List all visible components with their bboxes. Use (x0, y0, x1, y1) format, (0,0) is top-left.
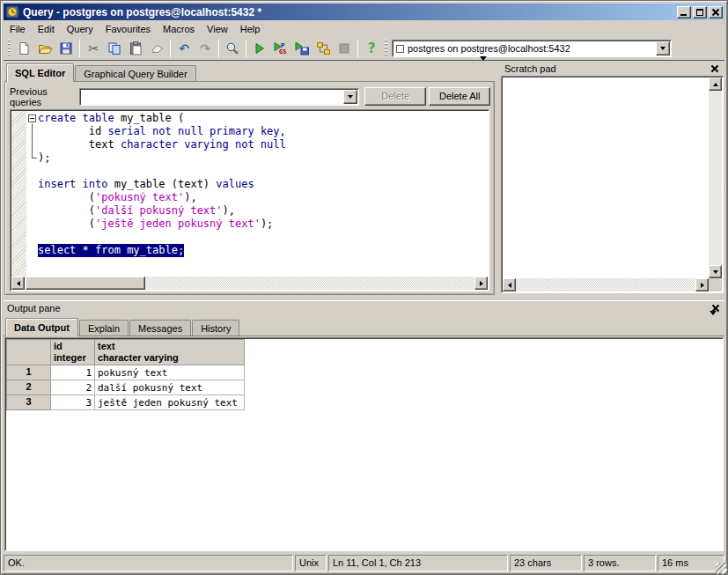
token: text (38, 138, 121, 151)
undo-icon[interactable]: ↶ (173, 39, 195, 58)
code-line-7: ('pokusný text'), (26, 191, 488, 204)
code-line-5 (26, 165, 488, 178)
tab-list-dropdown-icon[interactable] (480, 61, 488, 77)
find-icon[interactable] (222, 39, 243, 58)
cancel-query-icon[interactable] (334, 39, 355, 58)
query-tool-window: Query - postgres on postgres@localhost:5… (0, 0, 728, 575)
scratch-pad-input[interactable] (504, 78, 708, 277)
menu-item-view[interactable]: View (201, 22, 234, 36)
cell-id[interactable]: 3 (51, 395, 95, 410)
cell-text[interactable]: další pokusný text (95, 380, 245, 395)
cell-id[interactable]: 2 (51, 380, 95, 395)
code-line-8: ('další pokusný text'), (26, 204, 488, 217)
execute-pgscript-icon[interactable]: PGS (270, 39, 291, 58)
explain-query-icon[interactable] (313, 39, 334, 58)
execute-to-file-icon[interactable] (291, 39, 313, 58)
previous-queries-combo[interactable] (79, 88, 359, 106)
scratch-vertical-scrollbar[interactable] (709, 77, 722, 278)
copy-icon[interactable] (104, 39, 125, 58)
scroll-left-button[interactable] (503, 278, 516, 291)
scrollbar-corner (709, 278, 722, 291)
column-header-text[interactable]: text character varying (95, 340, 245, 365)
scroll-left-button[interactable] (11, 276, 25, 290)
row-number-cell[interactable]: 3 (7, 395, 51, 410)
clear-window-icon[interactable] (146, 39, 167, 58)
menu-item-edit[interactable]: Edit (32, 22, 61, 36)
cell-text[interactable]: ještě jeden pokusný text (95, 395, 245, 410)
scratch-pad-title: Scratch pad (504, 63, 710, 74)
tab-messages[interactable]: Messages (129, 320, 191, 335)
tab-sql-editor[interactable]: SQL Editor (6, 63, 74, 82)
table-row: 22další pokusný text (7, 380, 245, 395)
tab-explain[interactable]: Explain (79, 320, 129, 335)
tab-graphical-query-builder[interactable]: Graphical Query Builder (75, 65, 195, 81)
close-button[interactable] (709, 6, 723, 18)
open-file-icon[interactable] (34, 39, 55, 58)
paste-icon[interactable] (125, 39, 146, 58)
token: 'ještě jeden pokusný text' (95, 217, 261, 230)
row-number-cell[interactable]: 1 (7, 365, 51, 380)
redo-icon[interactable]: ↷ (195, 39, 216, 58)
tab-history[interactable]: History (192, 320, 239, 335)
scrollbar-thumb[interactable] (26, 276, 145, 290)
execute-query-icon[interactable] (249, 39, 270, 58)
menu-item-file[interactable]: File (4, 22, 32, 36)
token: values (216, 178, 254, 190)
sql-code-editor[interactable]: create table my_table ( id serial not nu… (10, 109, 489, 291)
scratch-horizontal-scrollbar[interactable] (503, 278, 709, 291)
save-icon[interactable] (55, 39, 77, 58)
row-number-cell[interactable]: 2 (7, 380, 51, 395)
delete-button[interactable]: Delete (364, 87, 426, 106)
new-query-icon[interactable] (13, 39, 34, 58)
code-line-6: insert into my_table (text) values (26, 178, 488, 191)
scroll-down-button[interactable] (709, 265, 722, 278)
title-bar[interactable]: Query - postgres on postgres@localhost:5… (4, 4, 724, 20)
sql-editor-page: Previous queries Delete Delete All creat… (4, 82, 495, 295)
fold-margin (26, 191, 38, 204)
minimize-icon (680, 14, 687, 16)
toolbar-grip[interactable] (8, 40, 11, 57)
scroll-right-button[interactable] (695, 278, 709, 291)
menu-item-macros[interactable]: Macros (157, 22, 201, 36)
toolbar-grip[interactable] (385, 40, 387, 57)
cell-text[interactable]: pokusný text (95, 365, 245, 380)
menu-item-favourites[interactable]: Favourites (99, 22, 157, 36)
fold-margin (26, 231, 38, 244)
table-row: 33ještě jeden pokusný text (7, 395, 245, 410)
token: ( (38, 217, 95, 230)
code-text: create table my_table ( (38, 112, 184, 125)
code-line-1: create table my_table ( (26, 112, 488, 125)
scratch-pad-close-button[interactable] (710, 63, 720, 74)
menu-item-query[interactable]: Query (61, 22, 99, 36)
previous-queries-dropdown-button[interactable] (343, 90, 357, 104)
result-header-row: id integer text character varying (7, 340, 245, 365)
previous-queries-label: Previous queries (10, 86, 76, 107)
connection-combo[interactable]: postgres on postgres@localhost:5432 (392, 40, 672, 57)
grid-corner-cell[interactable] (7, 340, 51, 365)
token: , (280, 125, 286, 137)
menu-item-help[interactable]: Help (234, 22, 267, 36)
fold-margin (26, 138, 38, 151)
resize-grip[interactable] (716, 563, 727, 574)
token: create table (38, 112, 114, 124)
column-header-id[interactable]: id integer (51, 340, 95, 365)
scroll-right-button[interactable] (474, 276, 488, 290)
editor-horizontal-scrollbar[interactable] (11, 276, 488, 290)
tab-list-dropdown-icon[interactable] (710, 315, 717, 331)
connection-checkbox-icon (396, 45, 404, 53)
token: ); (261, 217, 273, 230)
tab-data-output[interactable]: Data Output (5, 318, 78, 336)
delete-all-button[interactable]: Delete All (429, 87, 490, 106)
maximize-button[interactable] (693, 6, 707, 18)
cut-icon[interactable]: ✂ (83, 39, 104, 58)
scroll-up-button[interactable] (709, 77, 722, 91)
token: ( (38, 191, 95, 203)
help-icon[interactable]: ? (361, 39, 382, 58)
fold-toggle-icon[interactable] (26, 112, 38, 125)
pgadmin-query-icon (5, 5, 19, 18)
sql-code: create table my_table ( id serial not nu… (26, 112, 488, 257)
minimize-button[interactable] (677, 6, 691, 18)
connection-combo-dropdown-button[interactable] (656, 41, 670, 55)
cell-id[interactable]: 1 (51, 365, 95, 380)
code-text: text character varying not null (38, 138, 286, 151)
